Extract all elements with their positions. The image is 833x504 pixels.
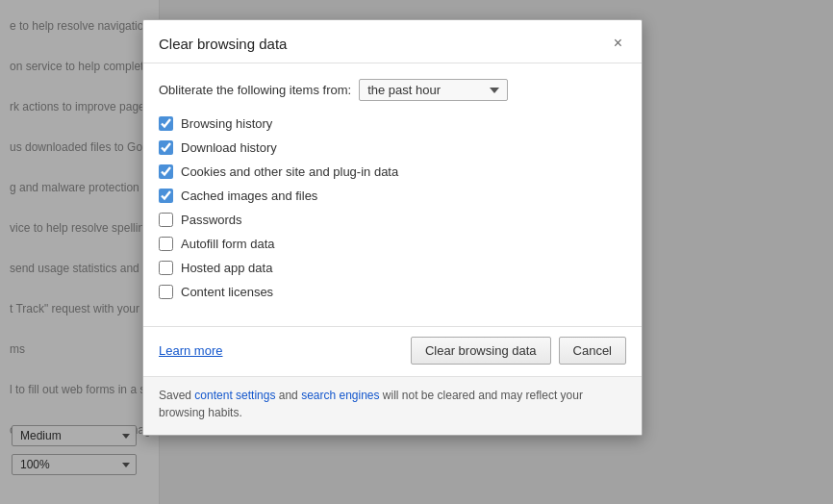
checkbox-autofill[interactable]: Autofill form data xyxy=(159,237,626,251)
checkbox-hosted-app-data-label: Hosted app data xyxy=(181,261,272,275)
obliterate-label: Obliterate the following items from: xyxy=(159,83,351,97)
checkbox-list: Browsing history Download history Cookie… xyxy=(159,116,626,299)
checkbox-browsing-history-label: Browsing history xyxy=(181,116,272,131)
time-range-row: Obliterate the following items from: the… xyxy=(159,79,626,101)
dialog-header: Clear browsing data × xyxy=(143,20,642,63)
search-engines-link[interactable]: search engines xyxy=(301,389,379,402)
checkbox-download-history-input[interactable] xyxy=(159,140,173,155)
footer-text-before: Saved xyxy=(159,389,194,402)
checkbox-cookies[interactable]: Cookies and other site and plug-in data xyxy=(159,164,626,179)
dialog-actions: Learn more Clear browsing data Cancel xyxy=(143,326,642,376)
checkbox-download-history-label: Download history xyxy=(181,140,277,155)
checkbox-content-licenses-input[interactable] xyxy=(159,285,173,299)
checkbox-passwords-input[interactable] xyxy=(159,213,173,227)
clear-browsing-data-button[interactable]: Clear browsing data xyxy=(411,337,551,365)
checkbox-cached-images-input[interactable] xyxy=(159,189,173,203)
learn-more-link[interactable]: Learn more xyxy=(159,343,222,358)
cancel-button[interactable]: Cancel xyxy=(559,337,626,365)
close-button[interactable]: × xyxy=(610,34,626,53)
checkbox-cached-images[interactable]: Cached images and files xyxy=(159,189,626,203)
checkbox-cookies-label: Cookies and other site and plug-in data xyxy=(181,164,398,179)
checkbox-passwords-label: Passwords xyxy=(181,213,242,227)
checkbox-hosted-app-data-input[interactable] xyxy=(159,261,173,275)
clear-browsing-data-dialog: Clear browsing data × Obliterate the fol… xyxy=(142,19,643,436)
checkbox-autofill-label: Autofill form data xyxy=(181,237,275,251)
checkbox-autofill-input[interactable] xyxy=(159,237,173,251)
checkbox-passwords[interactable]: Passwords xyxy=(159,213,626,227)
checkbox-hosted-app-data[interactable]: Hosted app data xyxy=(159,261,626,275)
content-settings-link[interactable]: content settings xyxy=(194,389,275,402)
checkbox-browsing-history[interactable]: Browsing history xyxy=(159,116,626,131)
checkbox-cookies-input[interactable] xyxy=(159,164,173,179)
time-range-select[interactable]: the past hour the past day the past week… xyxy=(359,79,508,101)
checkbox-browsing-history-input[interactable] xyxy=(159,116,173,131)
footer-text-mid: and xyxy=(275,389,301,402)
checkbox-cached-images-label: Cached images and files xyxy=(181,189,317,203)
checkbox-content-licenses-label: Content licenses xyxy=(181,285,273,299)
dialog-title: Clear browsing data xyxy=(159,36,287,52)
action-buttons: Clear browsing data Cancel xyxy=(411,337,626,365)
dialog-body: Obliterate the following items from: the… xyxy=(143,63,642,326)
checkbox-download-history[interactable]: Download history xyxy=(159,140,626,155)
dialog-footer: Saved content settings and search engine… xyxy=(143,376,642,435)
checkbox-content-licenses[interactable]: Content licenses xyxy=(159,285,626,299)
